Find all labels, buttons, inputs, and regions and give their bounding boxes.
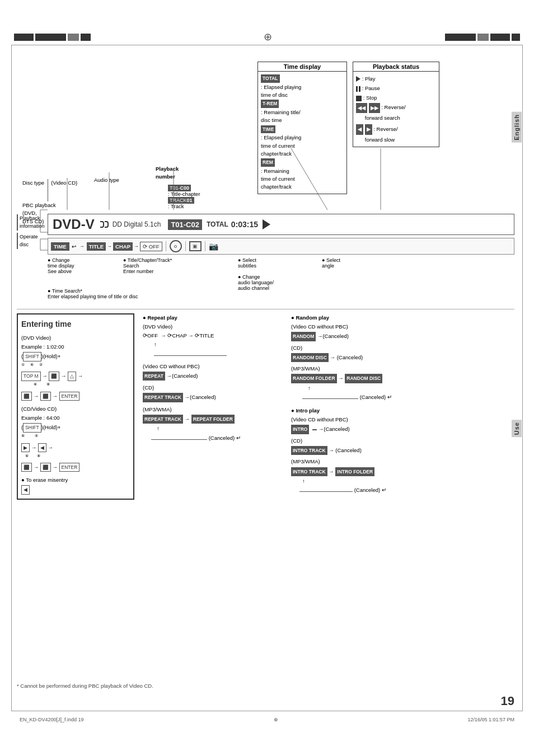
stop-row: : Stop [356,93,436,102]
repeat-play-header: ● Repeat play (DVD Video) ⟳OFF → ⟳CHAP →… [143,313,283,359]
entering-time-title: Entering time [21,318,130,331]
playback-number-label: Playback [156,166,179,172]
diagram-section: Time display TOTAL : Elapsed playingtime… [17,56,514,297]
pause-row: : Pause [356,83,436,93]
annotation-title-search: ● Title/Chapter/Track*SearchEnter number [123,257,213,274]
footnote-text: * Cannot be performed during PBC playbac… [17,683,153,689]
total-mode: TOTAL [207,220,228,228]
camera-icon[interactable]: 📷 [209,242,218,251]
annotation-subtitles: ● Selectsubtitles [238,257,305,269]
compass-center: ⊕ [264,31,272,43]
rem-label: REM [261,158,275,167]
trem-desc: : Remaining title/disc time [261,109,301,123]
playback-status-content: : Play : Pause : Stop ◀◀ [353,72,439,147]
audio-type-annotation: Audio type [94,176,119,184]
operation-bar[interactable]: TIME ↩ → TITLE → CHAP → ⟳ OFF ▣ [48,238,514,255]
audio-type-label: Audio type [94,177,119,183]
track-desc: : Track [168,203,184,209]
title-btn[interactable]: TITLE [87,242,106,251]
rev-fwd-slow-row: ◀ ▶ : Reverse/ forward slow [356,124,436,144]
playback-number-annotation: Playback number [156,165,179,181]
stop-desc: : Stop [363,95,377,101]
separator1 [166,241,166,251]
footnote: * Cannot be performed during PBC playbac… [17,683,153,689]
off-btn[interactable]: ⟳ OFF [140,242,162,251]
separator2 [185,241,186,251]
bottom-section: Entering time (DVD Video)Example : 1:02:… [17,313,514,706]
entering-time-box: Entering time (DVD Video)Example : 1:02:… [17,313,134,500]
page-container: ⊕ English Use 19 EN_KD-DV4200[J]_f.indd … [0,0,534,756]
playback-status-box: Playback status : Play : Pause [353,62,439,147]
dvd-play-arrow [263,219,270,229]
cd-video-example: (CD/Video CD)Example : 64:00 (SHIFT)(Hol… [21,405,130,472]
header-decoration: ⊕ [14,31,520,43]
mp3-repeat: (MP3/WMA) REPEAT TRACK → REPEAT FOLDER ↑… [143,405,283,443]
dvd-video-example: (DVD Video)Example : 1:02:00 (SHIFT)(Hol… [21,334,130,401]
trem-label: T-REM [261,100,279,108]
total-desc: : Elapsed playingtime of disc [261,84,301,98]
total-label: TOTAL [261,74,280,83]
footer-left: EN_KD-DV4200[J]_f.indd 19 [20,717,84,722]
erase-section: ● To erase misentry ◀ [21,476,130,495]
separator3 [205,241,205,251]
playback-status-title: Playback status [353,62,439,72]
time-label: TIME [261,125,275,134]
random-play-header: ● Random play (Video CD without PBC) RAN… [291,313,437,342]
mp3-random: (MP3/WMA) RANDOM FOLDER → RANDOM DISC ↑ … [291,364,437,402]
border-left [11,45,12,711]
screen-icon[interactable]: ▣ [189,241,202,251]
border-top [11,45,523,45]
t01c00-area: T01-C00 : Title-chapter TRACK01 : Track [168,185,200,209]
playback-info-label: Playbackinformation Operatedisc [17,214,45,249]
time-desc: : Elapsed playingtime of currentchapter/… [261,134,301,157]
footer-compass: ⊕ [274,717,278,722]
arrow-sep3: → [134,243,139,249]
rem-desc: : Remainingtime of currentchapter/track [261,168,295,190]
annotation-audio: ● Changeaudio language/audio channel [238,274,311,291]
audio-text: DD Digital 5.1ch [113,220,161,228]
border-bottom [11,711,523,711]
play-row: : Play [356,74,436,83]
dvd-display-row: DVD-V DD Digital 5.1ch T01-C02 TOTAL 0:0… [48,214,514,235]
main-content: Time display TOTAL : Elapsed playingtime… [17,50,514,706]
section-divider [17,309,514,309]
disc-type-label: Disc type [22,180,44,186]
cd-random: (CD) RANDOM DISC → (Canceled) [291,344,437,363]
pause-desc: : Pause [362,85,380,91]
random-play-col: ● Random play (Video CD without PBC) RAN… [291,313,437,495]
arrow-sep1: → [79,243,85,249]
intro-play-section: ● Intro play (Video CD without PBC) INTR… [291,406,437,435]
time-display-title: Time display [258,62,346,72]
chap-btn[interactable]: CHAP [113,242,133,251]
time-display-box: Time display TOTAL : Elapsed playingtime… [257,62,347,194]
cd-intro: (CD) INTRO TRACK → (Canceled) [291,436,437,456]
play-desc: : Play [362,76,376,82]
time-display-content: TOTAL : Elapsed playingtime of disc T-RE… [258,72,346,194]
footer-info: EN_KD-DV4200[J]_f.indd 19 ⊕ 12/16/05 1:0… [20,717,514,722]
dvd-text: DVD-V [53,217,95,232]
footer-right: 12/16/05 1:01:57 PM [467,717,514,722]
cd-repeat: (CD) REPEAT TRACK →(Canceled) [143,383,283,403]
vcd-repeat: (Video CD without PBC) REPEAT →(Canceled… [143,362,283,382]
playback-number-label2: number [156,173,175,180]
time-btn[interactable]: TIME [51,242,69,251]
track-code: T01-C02 [168,219,202,230]
dd-icon [100,221,109,228]
border-right [522,45,523,711]
annotation-time-display: ● Changetime displaySee above [48,257,120,274]
loop-icon1: ↩ [72,243,76,250]
annotation-time-search: ● Time Search*Enter elapsed playing time… [48,288,243,299]
rev-fwd-row: ◀◀ ▶▶ : Reverse/ forward search [356,102,436,123]
title-chapter-desc: : Title-chapter [168,191,200,197]
mp3-intro: (MP3/WMA) INTRO TRACK → INTRO FOLDER ↑ (… [291,457,437,495]
arrow-sep2: → [107,243,112,249]
annotation-angle: ● Selectangle [322,257,378,269]
repeat-play-col: ● Repeat play (DVD Video) ⟳OFF → ⟳CHAP →… [143,313,283,443]
time-display-val: 0:03:15 [231,220,258,229]
cd-icon[interactable] [170,240,182,252]
